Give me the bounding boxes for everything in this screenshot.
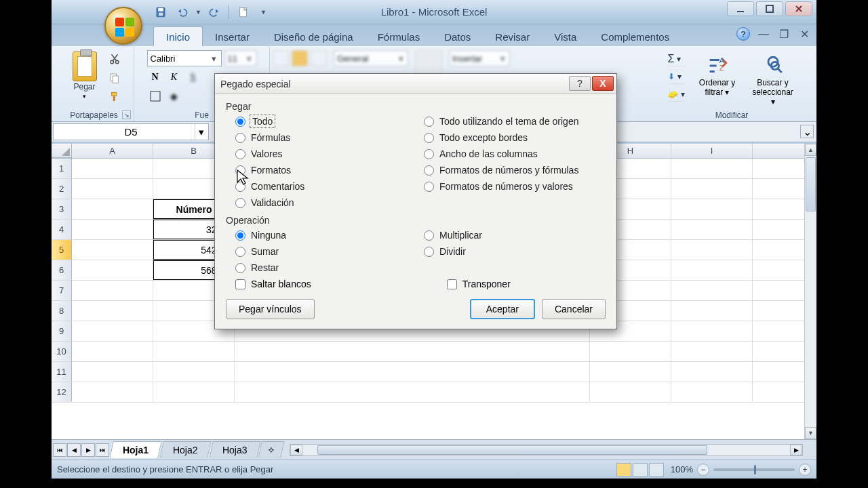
cell[interactable]: [671, 281, 753, 300]
sheet-nav-next-icon[interactable]: ▶: [81, 443, 95, 457]
row-header[interactable]: 11: [52, 362, 72, 382]
cells-insert-combo[interactable]: Insertar▾: [449, 50, 510, 66]
operation-option-radio[interactable]: Multiplicar: [424, 230, 606, 241]
view-pagebreak-icon[interactable]: [649, 463, 664, 476]
cell[interactable]: [72, 321, 153, 341]
select-all-corner[interactable]: [52, 144, 72, 158]
cell[interactable]: [72, 260, 153, 280]
new-sheet-button[interactable]: ✧: [258, 441, 285, 458]
cell[interactable]: [72, 362, 153, 382]
ok-button[interactable]: Aceptar: [470, 299, 535, 319]
cell[interactable]: [153, 382, 235, 402]
cell[interactable]: [671, 260, 753, 280]
paste-option-radio[interactable]: Formatos de números y valores: [424, 181, 606, 192]
cell[interactable]: [671, 301, 753, 321]
row-header[interactable]: 7: [52, 281, 72, 300]
paste-option-radio[interactable]: Validación: [235, 197, 417, 208]
cell[interactable]: [671, 362, 753, 382]
redo-icon[interactable]: [205, 3, 223, 21]
cell[interactable]: [671, 199, 753, 219]
paste-option-radio[interactable]: Todo: [235, 116, 417, 127]
row-header[interactable]: 8: [52, 301, 72, 321]
cell[interactable]: [671, 321, 753, 341]
operation-option-radio[interactable]: Restar: [235, 262, 417, 273]
bold-button[interactable]: N: [147, 69, 163, 85]
ribbon-minimize-icon[interactable]: —: [757, 27, 770, 41]
ribbon-restore-icon[interactable]: ❐: [777, 27, 791, 41]
cell[interactable]: [153, 342, 235, 361]
number-format-combo[interactable]: General▾: [334, 50, 408, 66]
cell[interactable]: [671, 159, 753, 178]
sheet-nav-prev-icon[interactable]: ◀: [67, 443, 81, 457]
row-header[interactable]: 3: [52, 199, 72, 219]
paste-links-button[interactable]: Pegar vínculos: [226, 299, 315, 319]
operation-option-radio[interactable]: [424, 262, 606, 273]
cell[interactable]: [671, 179, 753, 199]
paste-option-radio[interactable]: Valores: [235, 148, 417, 159]
transpose-checkbox[interactable]: Transponer: [447, 279, 511, 289]
tab-complementos[interactable]: Complementos: [589, 27, 682, 46]
paste-option-radio[interactable]: Fórmulas: [235, 132, 417, 143]
cell[interactable]: [590, 382, 671, 402]
tab-revisar[interactable]: Revisar: [483, 27, 542, 46]
copy-icon[interactable]: [107, 70, 122, 85]
tab-datos[interactable]: Datos: [432, 27, 483, 46]
cell[interactable]: [72, 220, 153, 239]
horizontal-scrollbar[interactable]: ◀▶: [290, 444, 803, 456]
vertical-scrollbar[interactable]: ▲▼: [804, 144, 816, 439]
row-header[interactable]: 1: [52, 159, 72, 178]
dialog-title-bar[interactable]: Pegado especial ? X: [215, 74, 616, 94]
cell[interactable]: [72, 342, 153, 361]
font-size-combo[interactable]: 11▾: [224, 50, 257, 66]
tab-vista[interactable]: Vista: [542, 27, 589, 46]
cell[interactable]: [72, 301, 153, 321]
paste-option-radio[interactable]: Formatos: [235, 165, 417, 176]
new-doc-icon[interactable]: [235, 3, 252, 21]
cell[interactable]: [235, 362, 590, 382]
italic-button[interactable]: K: [166, 69, 182, 85]
underline-button[interactable]: S: [185, 69, 201, 85]
cell[interactable]: [72, 382, 153, 402]
tab-diseno[interactable]: Diseño de página: [262, 27, 366, 46]
row-header[interactable]: 9: [52, 321, 72, 341]
cell[interactable]: [72, 159, 153, 178]
undo-icon[interactable]: [174, 3, 191, 21]
zoom-in-button[interactable]: +: [799, 464, 811, 476]
maximize-button[interactable]: [756, 1, 783, 16]
paste-option-radio[interactable]: [424, 197, 606, 208]
office-button[interactable]: [104, 7, 142, 45]
paste-option-radio[interactable]: Formatos de números y fórmulas: [424, 165, 606, 176]
row-header[interactable]: 10: [52, 342, 72, 361]
row-header[interactable]: 2: [52, 179, 72, 199]
name-box[interactable]: D5 ▾: [53, 123, 209, 140]
help-icon[interactable]: ?: [736, 27, 750, 41]
sheet-nav-first-icon[interactable]: ⏮: [53, 443, 66, 457]
operation-option-radio[interactable]: Sumar: [235, 246, 417, 257]
row-header[interactable]: 6: [52, 260, 72, 280]
cell[interactable]: [235, 342, 590, 361]
paste-option-radio[interactable]: Todo excepto bordes: [424, 132, 606, 143]
cell[interactable]: [72, 281, 153, 300]
cell[interactable]: [671, 240, 753, 260]
zoom-out-button[interactable]: −: [697, 464, 709, 476]
cell[interactable]: [671, 342, 753, 361]
tab-inicio[interactable]: Inicio: [153, 26, 203, 46]
font-name-combo[interactable]: Calibri▾: [147, 50, 222, 66]
cell[interactable]: [72, 199, 153, 219]
row-header[interactable]: 4: [52, 220, 72, 239]
ribbon-close-icon[interactable]: ✕: [797, 27, 811, 41]
cell[interactable]: [72, 240, 153, 260]
cell[interactable]: [590, 342, 671, 361]
sheet-nav-last-icon[interactable]: ⏭: [96, 443, 109, 457]
paste-option-radio[interactable]: Comentarios: [235, 181, 417, 192]
close-button[interactable]: [785, 1, 812, 16]
autosum-button[interactable]: Σ ▾: [668, 52, 685, 66]
sort-filter-button[interactable]: AZ Ordenar y filtrar ▾: [694, 50, 741, 106]
minimize-button[interactable]: [727, 1, 754, 16]
sheet-tab[interactable]: Hoja1: [109, 441, 161, 458]
dialog-close-icon[interactable]: X: [592, 76, 614, 91]
sheet-tab[interactable]: Hoja2: [159, 441, 211, 458]
row-header[interactable]: 5: [52, 240, 72, 260]
format-painter-icon[interactable]: [107, 89, 122, 104]
col-header[interactable]: I: [671, 144, 753, 158]
